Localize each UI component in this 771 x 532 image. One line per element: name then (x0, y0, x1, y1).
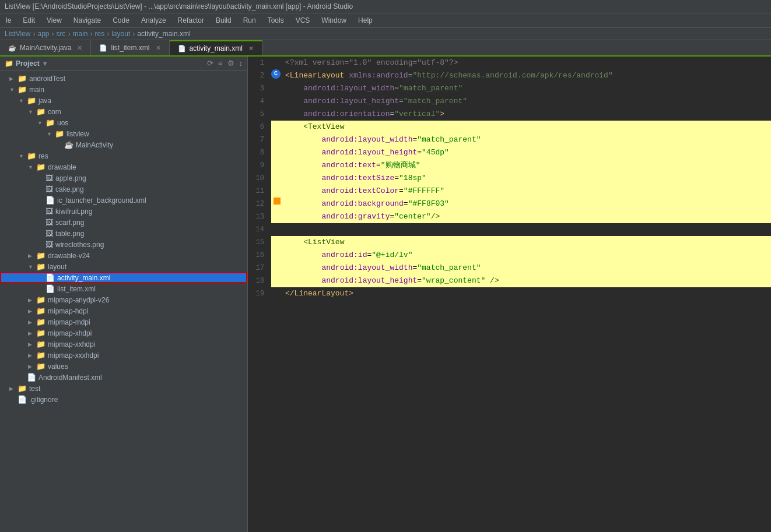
nav-separator: › (33, 30, 35, 38)
menu-item-view[interactable]: View (41, 15, 68, 26)
tree-item-values[interactable]: ▶📁values (0, 361, 247, 372)
tree-item-label: mipmap-xxhdpi (48, 340, 95, 348)
nav-item[interactable]: res (95, 30, 105, 38)
tree-arrow: ▼ (28, 264, 34, 270)
nav-item[interactable]: layout (111, 30, 130, 38)
menu-item-code[interactable]: Code (107, 15, 135, 26)
line-number: 7 (248, 133, 271, 146)
main-layout: 📁 Project ▼ ⟳ ≡ ⚙ ↕ ▶📁androidTest▼📁main▼… (0, 57, 771, 532)
nav-separator: › (132, 30, 135, 38)
tree-item-androidTest[interactable]: ▶📁androidTest (0, 73, 247, 84)
menu-item-build[interactable]: Build (210, 15, 237, 26)
code-line-11: 11 android:textColor="#FFFFFF" (248, 185, 771, 198)
collapse-icon[interactable]: ≡ (218, 59, 223, 68)
tree-item-cake[interactable]: 🖼cake.png (0, 184, 247, 195)
tree-item-uos[interactable]: ▼📁uos (0, 117, 247, 128)
breakpoint-circle: C (271, 69, 281, 79)
tree-item-ic_launcher_background[interactable]: 📄ic_launcher_background.xml (0, 195, 247, 206)
tab-MainActivity-java[interactable]: ☕MainActivity.java✕ (0, 40, 91, 55)
tree-file-icon: 📁 (36, 251, 45, 260)
line-content: android:layout_width="match_parent" (283, 133, 771, 146)
settings-icon[interactable]: ⚙ (227, 59, 234, 68)
tree-file-icon: 📄 (45, 273, 55, 282)
tree-item-kiwifruit[interactable]: 🖼kiwifruit.png (0, 206, 247, 217)
tree-item-mipmap-xxxhdpi[interactable]: ▶📁mipmap-xxxhdpi (0, 350, 247, 361)
code-line-9: 9 android:text="购物商城" (248, 159, 771, 172)
menu-item-le[interactable]: le (0, 15, 17, 26)
tree-item-label: mipmap-xxxhdpi (48, 351, 99, 360)
expand-icon[interactable]: ↕ (239, 59, 243, 68)
code-line-7: 7 android:layout_width="match_parent" (248, 133, 771, 146)
tree-arrow: ▼ (9, 87, 15, 93)
tree-item-test[interactable]: ▶📁test (0, 383, 247, 394)
menu-item-window[interactable]: Window (316, 15, 352, 26)
code-line-18: 18 android:layout_height="wrap_content" … (248, 274, 771, 287)
code-line-17: 17 android:layout_width="match_parent" (248, 262, 771, 274)
tab-activity_main-xml[interactable]: 📄activity_main.xml✕ (170, 40, 262, 55)
tab-label: activity_main.xml (190, 44, 243, 52)
tree-arrow: ▼ (28, 164, 34, 170)
tree-arrow: ▶ (28, 308, 34, 314)
line-content: </LinearLayout> (283, 287, 771, 300)
tree-item-listview[interactable]: ▼📁listview (0, 128, 247, 139)
tree-item-mipmap-xxhdpi[interactable]: ▶📁mipmap-xxhdpi (0, 339, 247, 350)
tree-item-MainActivity[interactable]: ☕MainActivity (0, 139, 247, 150)
menu-item-analyze[interactable]: Analyze (135, 15, 172, 26)
tree-item-main[interactable]: ▼📁main (0, 84, 247, 95)
tree-item-activity_main[interactable]: 📄activity_main.xml (0, 272, 247, 283)
tree-item-mipmap-hdpi[interactable]: ▶📁mipmap-hdpi (0, 305, 247, 316)
menu-item-edit[interactable]: Edit (17, 15, 41, 26)
nav-item[interactable]: activity_main.xml (137, 30, 190, 38)
tree-item-res[interactable]: ▼📁res (0, 150, 247, 161)
nav-item[interactable]: app (37, 30, 49, 38)
tree-item-apple[interactable]: 🖼apple.png (0, 172, 247, 184)
tree-item-layout[interactable]: ▼📁layout (0, 261, 247, 272)
line-number: 17 (248, 262, 271, 274)
nav-item[interactable]: ListView (5, 30, 30, 38)
tab-close-button[interactable]: ✕ (248, 45, 254, 52)
tree-item-label: MainActivity (76, 141, 113, 149)
nav-item[interactable]: src (57, 30, 66, 38)
tree-item-drawable[interactable]: ▼📁drawable (0, 161, 247, 172)
tab-list_item-xml[interactable]: 📄list_item.xml✕ (91, 40, 169, 55)
tree-arrow: ▶ (28, 319, 34, 325)
menu-item-refactor[interactable]: Refactor (172, 15, 210, 26)
line-number: 1 (248, 57, 271, 69)
line-content: android:layout_width="match_parent" (283, 82, 771, 95)
tree-item-mipmap-xhdpi[interactable]: ▶📁mipmap-xhdpi (0, 327, 247, 339)
tree-item-AndroidManifest[interactable]: 📄AndroidManifest.xml (0, 372, 247, 383)
tree-item-label: cake.png (55, 185, 84, 193)
dropdown-icon[interactable]: ▼ (42, 60, 48, 67)
tree-arrow: ▶ (28, 364, 34, 369)
nav-item[interactable]: main (73, 30, 88, 38)
menu-item-vcs[interactable]: VCS (290, 15, 316, 26)
tree-item-com[interactable]: ▼📁com (0, 106, 247, 117)
tree-file-icon: 📁 (36, 107, 45, 116)
tree-item-table[interactable]: 🖼table.png (0, 228, 247, 239)
tree-item-list_item[interactable]: 📄list_item.xml (0, 283, 247, 294)
tab-close-button[interactable]: ✕ (156, 44, 161, 52)
nav-bar: ListView›app›src›main›res›layout›activit… (0, 28, 771, 40)
menu-item-run[interactable]: Run (237, 15, 262, 26)
tree-item-mipmap-anydpi-v26[interactable]: ▶📁mipmap-anydpi-v26 (0, 294, 247, 305)
menu-item-help[interactable]: Help (352, 15, 379, 26)
menu-item-tools[interactable]: Tools (262, 15, 290, 26)
tree-item-scarf[interactable]: 🖼scarf.png (0, 217, 247, 228)
tree-item-wireclothes[interactable]: 🖼wireclothes.png (0, 239, 247, 250)
tree-item-drawable-v24[interactable]: ▶📁drawable-v24 (0, 250, 247, 261)
code-editor[interactable]: 1<?xml version="1.0" encoding="utf-8"?>2… (248, 57, 771, 532)
sync-icon[interactable]: ⟳ (207, 59, 213, 68)
line-number: 12 (248, 198, 271, 210)
line-number: 9 (248, 159, 271, 172)
tree-item-mipmap-mdpi[interactable]: ▶📁mipmap-mdpi (0, 316, 247, 327)
tree-file-icon: 🖼 (45, 185, 53, 193)
tree-item-gitignore[interactable]: 📄.gitignore (0, 394, 247, 405)
tree-item-java[interactable]: ▼📁java (0, 95, 247, 106)
menu-item-navigate[interactable]: Navigate (68, 15, 107, 26)
tree-item-label: mipmap-hdpi (48, 307, 88, 315)
tab-close-button[interactable]: ✕ (77, 44, 82, 52)
tree-item-label: wireclothes.png (55, 241, 104, 249)
code-line-1: 1<?xml version="1.0" encoding="utf-8"?> (248, 57, 771, 69)
project-header: 📁 Project ▼ ⟳ ≡ ⚙ ↕ (0, 57, 247, 71)
tree-file-icon: 📁 (27, 96, 36, 105)
